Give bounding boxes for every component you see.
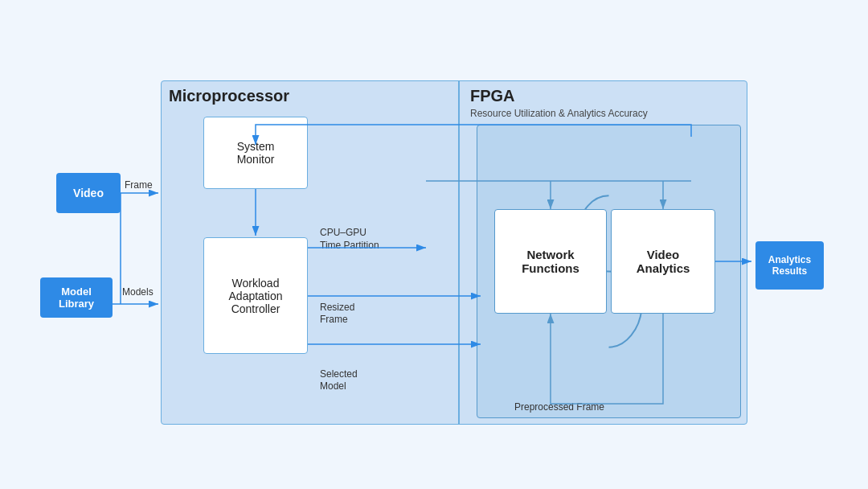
system-monitor-label: SystemMonitor bbox=[237, 140, 275, 166]
video-label: Video bbox=[73, 187, 104, 199]
frame-label: Frame bbox=[125, 179, 153, 191]
system-monitor-box: SystemMonitor bbox=[203, 117, 308, 189]
resized-label: Resized bbox=[320, 302, 354, 313]
section-divider bbox=[458, 80, 460, 425]
wac-label: WorkloadAdaptationController bbox=[229, 277, 283, 315]
diagram-container: Microprocessor FPGA Resource Utilization… bbox=[32, 32, 836, 457]
network-functions-label: NetworkFunctions bbox=[522, 248, 579, 275]
preprocessed-frame-label: Preprocessed Frame bbox=[514, 401, 604, 413]
microprocessor-label: Microprocessor bbox=[169, 87, 289, 105]
cpu-gpu-label: CPU–GPU bbox=[320, 227, 366, 238]
models-label: Models bbox=[122, 286, 154, 298]
model-library-label: ModelLibrary bbox=[59, 286, 94, 310]
selected-label: Selected bbox=[320, 368, 358, 380]
analytics-results-box: AnalyticsResults bbox=[755, 241, 824, 290]
wac-box: WorkloadAdaptationController bbox=[203, 237, 308, 354]
video-box: Video bbox=[56, 173, 121, 213]
model-label: Model bbox=[320, 380, 346, 392]
fpga-subtitle: Resource Utilization & Analytics Accurac… bbox=[470, 108, 648, 119]
network-functions-box: NetworkFunctions bbox=[494, 209, 607, 314]
time-partition-label: Time Partition bbox=[320, 240, 379, 251]
video-analytics-label: VideoAnalytics bbox=[637, 248, 690, 275]
video-analytics-box: VideoAnalytics bbox=[611, 209, 715, 314]
model-library-box: ModelLibrary bbox=[40, 277, 113, 318]
frame-label2: Frame bbox=[320, 314, 348, 325]
fpga-label: FPGA bbox=[470, 87, 515, 105]
analytics-results-label: AnalyticsResults bbox=[768, 254, 811, 277]
